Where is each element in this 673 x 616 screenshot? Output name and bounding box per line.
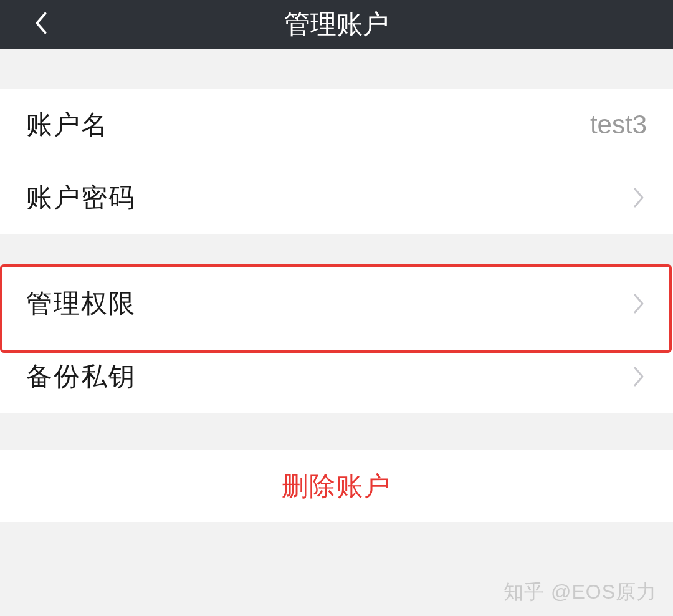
manage-permissions-row[interactable]: 管理权限 — [0, 267, 673, 340]
back-button[interactable] — [28, 12, 53, 37]
permissions-section: 管理权限 备份私钥 — [0, 267, 673, 413]
page-title: 管理账户 — [284, 7, 389, 42]
chevron-right-icon — [631, 190, 647, 206]
account-name-label: 账户名 — [26, 107, 108, 142]
delete-section: 删除账户 — [0, 450, 673, 522]
backup-private-key-row[interactable]: 备份私钥 — [0, 340, 673, 413]
account-password-label: 账户密码 — [26, 180, 136, 215]
chevron-left-icon — [33, 11, 48, 37]
backup-private-key-label: 备份私钥 — [26, 359, 136, 394]
account-info-section: 账户名 test3 账户密码 — [0, 89, 673, 234]
account-name-row: 账户名 test3 — [0, 89, 673, 161]
account-password-row[interactable]: 账户密码 — [0, 161, 673, 234]
chevron-right-icon — [631, 296, 647, 312]
header-bar: 管理账户 — [0, 0, 673, 49]
chevron-right-icon — [631, 368, 647, 385]
account-name-value: test3 — [590, 110, 647, 140]
watermark: 知乎 @EOS原力 — [504, 579, 657, 606]
delete-account-button[interactable]: 删除账户 — [0, 450, 673, 522]
delete-account-label: 删除账户 — [282, 469, 391, 504]
manage-permissions-label: 管理权限 — [26, 286, 136, 321]
